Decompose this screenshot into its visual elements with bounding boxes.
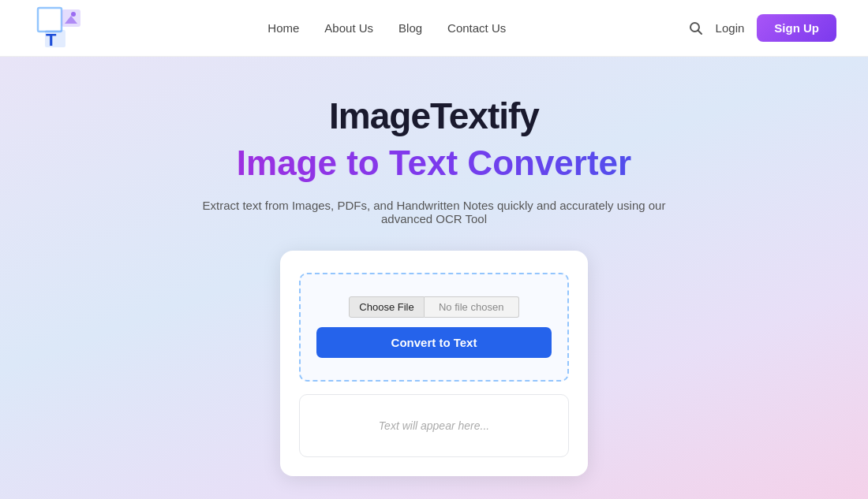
search-icon	[689, 21, 703, 35]
file-input-row: Choose File No file chosen	[349, 296, 518, 318]
choose-file-button[interactable]: Choose File	[349, 296, 424, 318]
hero-description: Extract text from Images, PDFs, and Hand…	[189, 199, 679, 225]
hero-subtitle: Image to Text Converter	[32, 143, 836, 183]
logo-icon: T	[32, 2, 85, 55]
svg-text:T: T	[46, 30, 57, 50]
nav-home[interactable]: Home	[268, 21, 299, 35]
text-output-area: Text will appear here...	[299, 394, 569, 457]
signup-button[interactable]: Sign Up	[757, 14, 836, 42]
search-button[interactable]	[689, 21, 703, 35]
svg-rect-0	[38, 8, 62, 32]
svg-point-5	[71, 12, 76, 17]
login-button[interactable]: Login	[716, 21, 745, 35]
svg-line-7	[698, 30, 702, 34]
file-upload-area: Choose File No file chosen Convert to Te…	[299, 273, 569, 382]
converter-card: Choose File No file chosen Convert to Te…	[280, 251, 588, 476]
nav-links: Home About Us Blog Contact Us	[268, 21, 506, 35]
hero-section: ImageTextify Image to Text Converter Ext…	[0, 57, 868, 499]
nav-about[interactable]: About Us	[324, 21, 373, 35]
convert-button[interactable]: Convert to Text	[316, 327, 552, 358]
navbar: T Home About Us Blog Contact Us Login Si…	[0, 0, 868, 57]
nav-blog[interactable]: Blog	[398, 21, 422, 35]
nav-right: Login Sign Up	[689, 14, 836, 42]
text-output-placeholder: Text will appear here...	[379, 419, 489, 432]
hero-title: ImageTextify	[32, 95, 836, 137]
file-name-display: No file chosen	[425, 296, 519, 318]
nav-contact[interactable]: Contact Us	[447, 21, 506, 35]
logo-area: T	[32, 2, 85, 55]
